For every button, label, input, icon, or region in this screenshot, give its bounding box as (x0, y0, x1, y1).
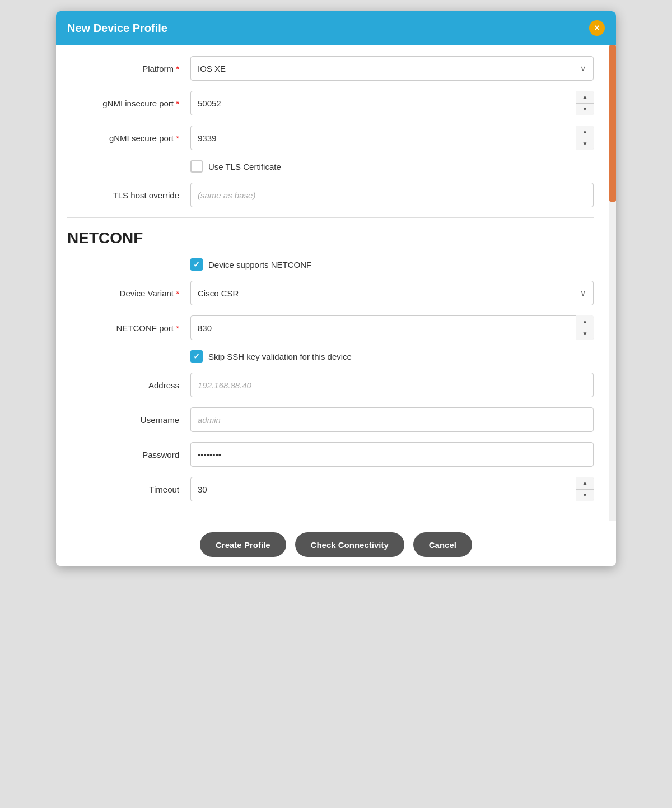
skip-ssh-label: Skip SSH key validation for this device (208, 352, 352, 361)
username-label: Username (67, 415, 190, 425)
timeout-label: Timeout (67, 485, 190, 494)
dialog-footer: Create Profile Check Connectivity Cancel (56, 523, 616, 566)
platform-row: Platform * IOS XE IOS NX-OS ASA ∨ (67, 56, 594, 81)
platform-label: Platform * (67, 64, 190, 73)
use-tls-label: Use TLS Certificate (208, 162, 281, 171)
username-row: Username (67, 407, 594, 432)
create-profile-button[interactable]: Create Profile (200, 532, 286, 557)
use-tls-row: Use TLS Certificate (190, 160, 594, 173)
skip-ssh-row: Skip SSH key validation for this device (190, 350, 594, 363)
gnmi-insecure-port-up[interactable]: ▲ (576, 91, 594, 104)
netconf-port-spinners: ▲ ▼ (576, 315, 594, 340)
device-variant-select-wrapper: Cisco CSR Cisco IOS Cisco NX-OS ∨ (190, 281, 594, 305)
timeout-up[interactable]: ▲ (576, 477, 594, 490)
address-row: Address (67, 373, 594, 397)
tls-host-override-input[interactable] (190, 183, 594, 207)
device-variant-select[interactable]: Cisco CSR Cisco IOS Cisco NX-OS (190, 281, 594, 305)
gnmi-secure-port-input[interactable] (190, 126, 594, 150)
gnmi-insecure-port-row: gNMI insecure port * ▲ ▼ (67, 91, 594, 115)
device-variant-row: Device Variant * Cisco CSR Cisco IOS Cis… (67, 281, 594, 305)
section-divider (67, 217, 594, 218)
check-connectivity-button[interactable]: Check Connectivity (295, 532, 404, 557)
netconf-section-title: NETCONF (67, 229, 594, 247)
password-label: Password (67, 450, 190, 459)
timeout-row: Timeout ▲ ▼ (67, 477, 594, 501)
device-supports-netconf-row: Device supports NETCONF (190, 258, 594, 271)
netconf-port-input[interactable] (190, 315, 594, 340)
scrollbar-track (609, 45, 616, 521)
gnmi-insecure-port-input[interactable] (190, 91, 594, 115)
timeout-input[interactable] (190, 477, 594, 501)
gnmi-secure-port-row: gNMI secure port * ▲ ▼ (67, 126, 594, 150)
cancel-button[interactable]: Cancel (413, 532, 472, 557)
platform-select-wrapper: IOS XE IOS NX-OS ASA ∨ (190, 56, 594, 81)
netconf-port-down[interactable]: ▼ (576, 328, 594, 341)
password-input[interactable] (190, 442, 594, 467)
dialog-header: New Device Profile × (56, 11, 616, 45)
address-input[interactable] (190, 373, 594, 397)
address-label: Address (67, 380, 190, 390)
timeout-spinners: ▲ ▼ (576, 477, 594, 501)
dialog: New Device Profile × Platform * IOS XE I… (56, 11, 616, 566)
gnmi-insecure-port-label: gNMI insecure port * (67, 99, 190, 108)
netconf-port-wrapper: ▲ ▼ (190, 315, 594, 340)
username-input[interactable] (190, 407, 594, 432)
timeout-down[interactable]: ▼ (576, 490, 594, 502)
device-supports-netconf-label: Device supports NETCONF (208, 260, 311, 270)
dialog-title: New Device Profile (67, 22, 167, 35)
gnmi-insecure-port-down[interactable]: ▼ (576, 104, 594, 116)
netconf-port-up[interactable]: ▲ (576, 315, 594, 328)
platform-select[interactable]: IOS XE IOS NX-OS ASA (190, 56, 594, 81)
scrollbar-thumb[interactable] (609, 45, 616, 202)
gnmi-secure-port-up[interactable]: ▲ (576, 126, 594, 138)
gnmi-insecure-port-wrapper: ▲ ▼ (190, 91, 594, 115)
gnmi-secure-port-down[interactable]: ▼ (576, 138, 594, 151)
tls-host-override-label: TLS host override (67, 191, 190, 200)
skip-ssh-checkbox[interactable] (190, 350, 203, 363)
netconf-port-row: NETCONF port * ▲ ▼ (67, 315, 594, 340)
gnmi-secure-port-spinners: ▲ ▼ (576, 126, 594, 150)
device-variant-label: Device Variant * (67, 289, 190, 298)
use-tls-checkbox[interactable] (190, 160, 203, 173)
tls-host-override-row: TLS host override (67, 183, 594, 207)
timeout-wrapper: ▲ ▼ (190, 477, 594, 501)
dialog-body: Platform * IOS XE IOS NX-OS ASA ∨ gNMI i… (56, 45, 616, 523)
close-button[interactable]: × (589, 20, 605, 36)
gnmi-secure-port-wrapper: ▲ ▼ (190, 126, 594, 150)
password-row: Password (67, 442, 594, 467)
gnmi-secure-port-label: gNMI secure port * (67, 133, 190, 143)
netconf-port-label: NETCONF port * (67, 323, 190, 333)
gnmi-insecure-port-spinners: ▲ ▼ (576, 91, 594, 115)
device-supports-netconf-checkbox[interactable] (190, 258, 203, 271)
